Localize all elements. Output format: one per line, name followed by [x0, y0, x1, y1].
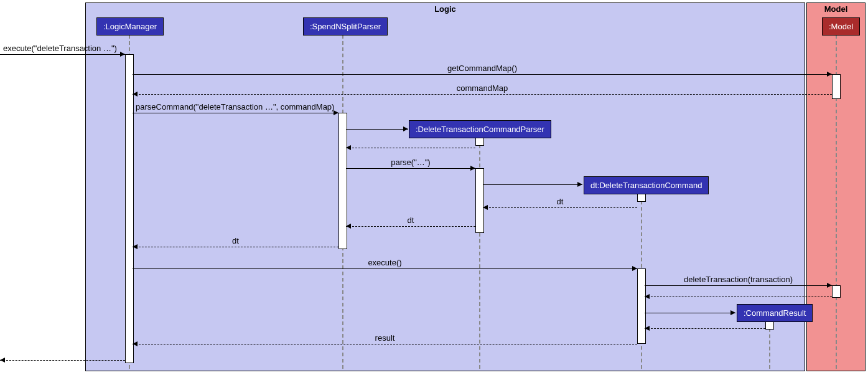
msg-parsecommand: parseCommand("deleteTransaction …", comm… [136, 102, 334, 112]
msg-deletetxn: deleteTransaction(transaction) [645, 275, 832, 284]
arrow-create-cr [645, 313, 735, 313]
arrow-m1-head [120, 52, 125, 57]
model-activation-2 [832, 285, 841, 298]
delete-txn-parser-label: :DeleteTransactionCommandParser [416, 125, 544, 134]
arrow-create-dtc-head [577, 182, 582, 187]
msg-dt-2: dt [346, 216, 475, 225]
arrow-m13-head [645, 294, 650, 299]
delete-txn-cmd-head: dt:DeleteTransactionCommand [584, 176, 709, 194]
arrow-create-cr-ret [645, 328, 765, 329]
arrow-m9-head [346, 224, 351, 229]
arrow-create-dtcp-ret [346, 148, 475, 148]
arrow-m2 [133, 74, 832, 75]
arrow-create-dtcp [346, 129, 408, 130]
msg-result: result [133, 333, 637, 343]
arrow-m8 [483, 207, 637, 208]
msg-dt-3: dt [133, 236, 338, 245]
model-frame-label: Model [819, 3, 853, 15]
spendnsplit-parser-label: :SpendNSplitParser [310, 22, 381, 31]
arrow-m13 [645, 297, 832, 297]
cmd-result-activation [765, 321, 774, 330]
arrow-m6 [346, 168, 475, 169]
arrow-m2-head [827, 72, 832, 77]
model-head: :Model [822, 17, 860, 36]
delete-txn-cmd-label: dt:DeleteTransactionCommand [590, 181, 702, 190]
arrow-m11 [133, 268, 637, 269]
logic-manager-label: :LogicManager [103, 22, 157, 31]
arrow-create-dtcp-ret-head [346, 145, 351, 150]
arrow-m12 [645, 285, 832, 286]
msg-commandmap: commandMap [133, 83, 832, 93]
logic-frame-label: Logic [429, 3, 461, 15]
delete-txn-parser-head: :DeleteTransactionCommandParser [409, 120, 551, 138]
msg-dt-1: dt [483, 197, 637, 206]
logic-manager-head: :LogicManager [96, 17, 164, 36]
arrow-m10-head [133, 244, 138, 249]
arrow-m17-head [0, 358, 5, 363]
arrow-m8-head [483, 205, 488, 210]
arrow-create-cr-head [730, 310, 735, 315]
arrow-create-dtcp-head [403, 126, 408, 131]
delete-txn-cmd-activation-1 [637, 193, 646, 202]
cmd-result-label: :CommandResult [744, 308, 806, 318]
arrow-m4 [133, 113, 338, 113]
arrow-create-dtc [483, 184, 582, 185]
arrow-m3 [133, 94, 832, 95]
arrow-m16-head [133, 341, 138, 346]
logic-manager-activation [125, 54, 134, 363]
arrow-m9 [346, 226, 475, 227]
model-activation-1 [832, 74, 841, 99]
msg-parse: parse("…") [346, 158, 475, 167]
msg-execute: execute() [133, 258, 637, 267]
arrow-m16 [133, 344, 637, 344]
delete-txn-parser-activation-1 [475, 137, 484, 146]
cmd-result-head: :CommandResult [737, 304, 813, 322]
msg-getcommandmap: getCommandMap() [133, 64, 832, 73]
msg-execute-in: execute("deleteTransaction …") [3, 44, 124, 53]
arrow-m17 [0, 360, 125, 361]
arrow-m1 [0, 54, 125, 55]
arrow-m6-head [470, 166, 475, 171]
arrow-m10 [133, 247, 338, 247]
spendnsplit-parser-head: :SpendNSplitParser [303, 17, 388, 36]
arrow-m4-head [334, 110, 338, 115]
model-label: :Model [829, 22, 853, 31]
arrow-m11-head [632, 266, 637, 271]
arrow-create-cr-ret-head [645, 326, 650, 331]
spendnsplit-parser-activation [338, 113, 347, 249]
arrow-m3-head [133, 92, 138, 97]
arrow-m12-head [827, 283, 832, 288]
